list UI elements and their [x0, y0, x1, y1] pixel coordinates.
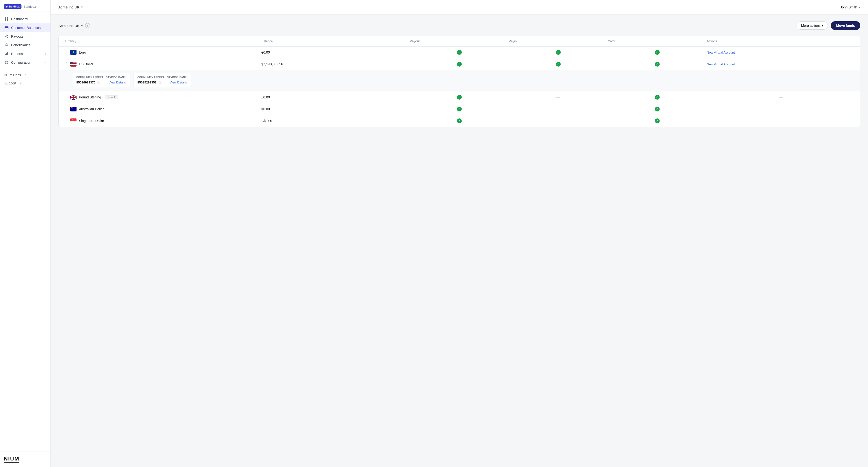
sub-org-name: Acme Inc UK [58, 24, 80, 28]
table-header: Currency Balance Payout Payin Card Actio… [59, 36, 860, 46]
currency-name-sgd: Singapore Dollar [79, 119, 104, 123]
action-eur: New Virtual Account [707, 50, 855, 55]
row-expand-eur[interactable]: › [63, 50, 68, 55]
user-menu[interactable]: John Smith ▾ [840, 5, 860, 9]
check-circle-icon: ✓ [457, 107, 462, 111]
sidebar-item-nium-docs[interactable]: Nium Docs ↗ [0, 71, 51, 79]
va-account-number-1: 85086983370 [76, 80, 96, 84]
settings-icon [4, 60, 9, 65]
svg-point-10 [6, 62, 7, 63]
va-account-row-2: 85085293353 ⧉ View Details [137, 80, 187, 84]
view-details-link-1[interactable]: View Details [108, 80, 126, 84]
copy-icon-1[interactable]: ⧉ [97, 81, 100, 84]
card-icon [4, 26, 9, 30]
sandbox-badge[interactable]: Sandbox [4, 4, 22, 9]
row-sgd: › Singapore Dollar S$0.00 ✓ — ✓ — [59, 115, 860, 127]
person-icon [4, 43, 9, 47]
copy-icon-2[interactable]: ⧉ [159, 81, 161, 84]
view-details-link-2[interactable]: View Details [170, 80, 187, 84]
currency-cell-aud: › 🇦🇺 Australian Dollar [63, 107, 261, 111]
currency-cell-gbp: › Pound Sterling (default) [63, 95, 261, 100]
sidebar-item-reports[interactable]: Reports › [0, 49, 51, 58]
check-circle-icon: ✓ [655, 62, 660, 67]
check-circle-icon: ✓ [556, 62, 561, 67]
dropdown-arrow-icon: ▾ [822, 24, 823, 27]
balance-eur: €0.00 [261, 51, 410, 54]
top-org-selector[interactable]: Acme Inc UK ▾ [58, 5, 83, 9]
table-row: › Singapore Dollar S$0.00 ✓ — ✓ — [59, 115, 860, 127]
balance-table: Currency Balance Payout Payin Card Actio… [58, 36, 860, 127]
flag-us [70, 62, 76, 67]
col-payin: Payin [509, 39, 608, 43]
svg-rect-3 [7, 19, 8, 21]
flag-gb [70, 95, 76, 100]
action-usd: New Virtual Account [707, 62, 855, 66]
payout-check-eur: ✓ [410, 50, 509, 55]
sidebar-item-beneficiaries[interactable]: Beneficiaries [0, 41, 51, 49]
sidebar-item-customer-balances[interactable]: Customer Balances [0, 23, 51, 32]
sidebar-item-support[interactable]: Support ↗ [0, 79, 51, 87]
move-funds-button[interactable]: Move funds [831, 21, 860, 30]
col-balance: Balance [261, 39, 410, 43]
top-org-name: Acme Inc UK [58, 5, 80, 9]
check-circle-icon: ✓ [457, 62, 462, 67]
new-virtual-account-link-eur[interactable]: New Virtual Account [707, 51, 735, 54]
sidebar-bottom: NIUM [0, 452, 51, 467]
org-chevron-icon: ▾ [81, 5, 83, 9]
user-chevron-icon: ▾ [859, 5, 860, 9]
sidebar-nav: Dashboard Customer Balances Payouts [0, 12, 51, 452]
check-circle-icon: ✓ [556, 50, 561, 55]
row-gbp: › Pound Sterling (default) £0.00 ✓ — ✓ — [59, 92, 860, 103]
flag-sg [70, 119, 76, 123]
table-row: › US Dollar $7,149,859.56 ✓ ✓ ✓ New Virt… [59, 58, 860, 92]
new-virtual-account-link-usd[interactable]: New Virtual Account [707, 63, 735, 66]
col-actions: Actions [707, 39, 855, 43]
currency-cell-usd: › US Dollar [63, 62, 261, 67]
sidebar-item-configuration[interactable]: Configuration › [0, 58, 51, 67]
row-collapse-usd[interactable]: › [63, 62, 68, 66]
info-icon[interactable]: i [85, 23, 90, 28]
sub-org-chevron-icon: ▾ [81, 24, 83, 28]
currency-name-aud: Australian Dollar [79, 107, 104, 111]
sub-org-selector[interactable]: Acme Inc UK ▾ [58, 24, 83, 28]
chart-icon [4, 52, 9, 56]
col-payout: Payout [410, 39, 509, 43]
va-bank-name-1: COMMUNITY FEDERAL SAVINGS BANK [76, 76, 126, 79]
va-account-row-1: 85086983370 ⧉ View Details [76, 80, 126, 84]
payin-dash-sgd: — [509, 119, 608, 123]
more-actions-button[interactable]: More actions ▾ [797, 22, 828, 30]
sandbox-toggle[interactable]: Sandbox Sandbox [0, 0, 51, 12]
currency-name-gbp: Pound Sterling [79, 95, 101, 99]
check-circle-icon: ✓ [655, 95, 660, 100]
payin-check-usd: ✓ [509, 62, 608, 67]
balance-gbp: £0.00 [261, 95, 410, 99]
col-currency: Currency [63, 39, 261, 43]
flag-eu: ★ [70, 50, 76, 55]
sub-header: Acme Inc UK ▾ i More actions ▾ Move fund… [58, 21, 860, 30]
grid-icon [4, 17, 9, 21]
check-circle-icon: ✓ [457, 50, 462, 55]
va-card-2: COMMUNITY FEDERAL SAVINGS BANK 850852933… [133, 73, 191, 87]
table-row: › Pound Sterling (default) £0.00 ✓ — ✓ — [59, 92, 860, 103]
currency-name-usd: US Dollar [79, 62, 93, 66]
card-check-usd: ✓ [608, 62, 707, 67]
check-circle-icon: ✓ [655, 50, 660, 55]
svg-point-6 [6, 44, 7, 45]
check-circle-icon: ✓ [655, 107, 660, 111]
sidebar-item-payouts[interactable]: Payouts [0, 32, 51, 41]
nav-divider [4, 69, 46, 69]
sidebar: Sandbox Sandbox Dashboard C [0, 0, 51, 467]
reports-chevron: › [45, 52, 46, 55]
va-bank-name-2: COMMUNITY FEDERAL SAVINGS BANK [137, 76, 187, 79]
row-aud: › 🇦🇺 Australian Dollar $0.00 ✓ — ✓ — [59, 103, 860, 115]
action-gbp: — [707, 95, 855, 99]
sidebar-item-dashboard[interactable]: Dashboard [0, 15, 51, 23]
default-badge: (default) [105, 95, 118, 99]
table-row: › 🇦🇺 Australian Dollar $0.00 ✓ — ✓ — [59, 103, 860, 115]
payout-check-sgd: ✓ [410, 119, 509, 123]
action-aud: — [707, 107, 855, 111]
send-icon [4, 34, 9, 39]
payout-check-gbp: ✓ [410, 95, 509, 100]
svg-rect-9 [7, 52, 8, 55]
currency-cell-sgd: › Singapore Dollar [63, 119, 261, 123]
